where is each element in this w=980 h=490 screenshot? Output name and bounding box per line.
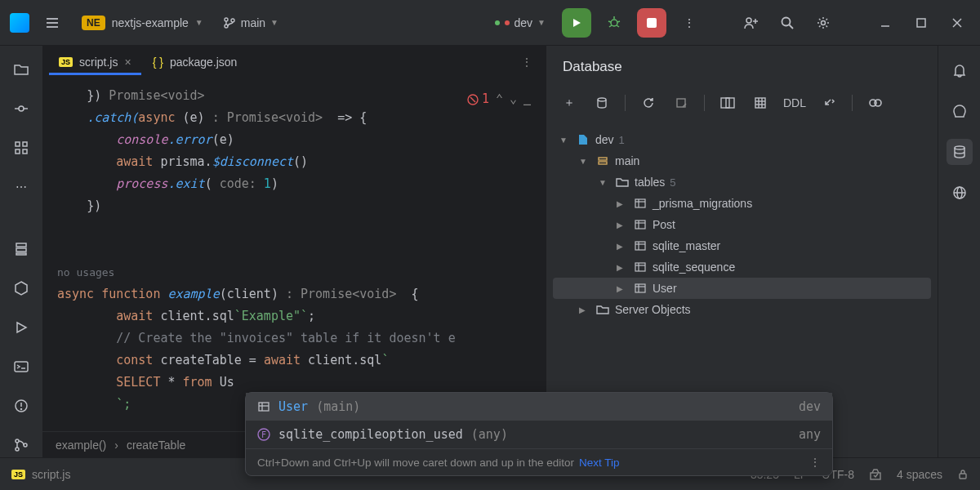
status-file[interactable]: JS script.js — [11, 468, 70, 481]
svg-rect-56 — [635, 199, 645, 207]
structure-tool-icon[interactable] — [8, 136, 34, 160]
settings-icon[interactable] — [810, 10, 836, 36]
svg-point-71 — [955, 146, 964, 149]
project-tool-icon[interactable] — [8, 57, 34, 82]
tab-package-json[interactable]: { } package.json — [143, 49, 247, 75]
right-tool-rail — [938, 46, 980, 457]
svg-rect-65 — [635, 263, 645, 271]
breadcrumb-item[interactable]: createTable — [127, 439, 185, 452]
tree-table-selected[interactable]: ▶ User — [553, 278, 931, 299]
folder-icon — [595, 304, 610, 315]
svg-rect-32 — [16, 253, 26, 255]
svg-rect-77 — [259, 403, 269, 411]
stop-button[interactable] — [637, 8, 666, 38]
add-datasource-icon[interactable]: ＋ — [556, 90, 582, 116]
completion-menu-icon[interactable]: ⋮ — [809, 456, 821, 469]
debug-button[interactable] — [601, 10, 627, 36]
status-ballot-icon[interactable] — [869, 468, 882, 481]
navigate-icon[interactable] — [816, 90, 842, 116]
svg-point-13 — [746, 18, 751, 23]
svg-rect-33 — [15, 362, 28, 372]
stop-refresh-icon[interactable] — [668, 90, 694, 116]
svg-rect-55 — [599, 162, 607, 164]
refresh-icon[interactable] — [635, 90, 662, 116]
more-tools-icon[interactable]: ⋯ — [8, 175, 34, 199]
tab-label: script.js — [79, 56, 118, 69]
branch-selector[interactable]: main ▼ — [220, 13, 282, 33]
svg-rect-59 — [635, 220, 645, 229]
services-tool-icon[interactable] — [8, 276, 34, 301]
project-selector[interactable]: NE nextjs-example ▼ — [75, 12, 210, 33]
completion-item[interactable]: F sqlite_compileoption_used(any) any — [246, 421, 832, 448]
problems-tool-icon[interactable] — [8, 394, 34, 418]
svg-line-17 — [790, 24, 794, 29]
tree-schema[interactable]: ▼ main — [553, 150, 931, 172]
tree-server-objects[interactable]: ▶ Server Objects — [553, 299, 931, 320]
minimize-icon[interactable] — [872, 10, 898, 36]
commit-tool-icon[interactable] — [8, 96, 34, 121]
inspection-widget[interactable]: 1 ⌃ ⌄ ⎯ — [467, 88, 531, 110]
ide-logo — [10, 13, 29, 33]
main-menu-icon[interactable] — [39, 10, 65, 36]
status-indent[interactable]: 4 spaces — [897, 468, 942, 481]
tab-close-icon[interactable]: × — [124, 56, 131, 69]
svg-point-37 — [16, 439, 19, 443]
svg-point-42 — [598, 98, 606, 101]
database-toolbar: ＋ DDL — [546, 87, 938, 126]
chevron-right-icon: ▶ — [617, 199, 628, 208]
prev-highlight-icon[interactable]: ⌃ — [496, 88, 503, 110]
filter-icon[interactable] — [862, 90, 889, 116]
database-tool-icon[interactable] — [947, 139, 973, 165]
notifications-icon[interactable] — [947, 57, 973, 83]
table-icon — [633, 261, 648, 273]
search-icon[interactable] — [774, 10, 800, 36]
svg-rect-28 — [16, 149, 20, 154]
next-tip-link[interactable]: Next Tip — [579, 457, 620, 469]
run-button[interactable] — [562, 8, 591, 38]
chevron-down-icon: ▼ — [559, 136, 571, 145]
tab-menu-icon[interactable]: ⋮ — [514, 49, 539, 75]
web-tool-icon[interactable] — [947, 180, 973, 206]
svg-line-8 — [608, 21, 611, 22]
svg-point-53 — [875, 100, 881, 106]
ddl-button[interactable]: DDL — [780, 96, 809, 109]
run-tool-icon[interactable] — [8, 315, 34, 340]
completion-item[interactable]: User (main) dev — [246, 393, 832, 421]
next-highlight-icon[interactable]: ⌄ — [510, 88, 517, 110]
svg-rect-45 — [721, 98, 729, 108]
tree-table[interactable]: ▶ sqlite_sequence — [553, 256, 931, 278]
ai-assist-icon[interactable] — [947, 98, 973, 124]
chevron-right-icon: ▶ — [617, 263, 628, 272]
completion-popup: User (main) dev F sqlite_compileoption_u… — [245, 392, 833, 476]
jump-to-console-icon[interactable] — [715, 90, 741, 116]
code-editor[interactable]: 1 ⌃ ⌄ ⎯ }) Promise<void> .catch(async (e… — [42, 78, 546, 431]
project-name-label: nextjs-example — [112, 16, 189, 29]
completion-tip: Ctrl+Down and Ctrl+Up will move caret do… — [246, 448, 832, 475]
tree-datasource[interactable]: ▼ dev 1 — [553, 129, 931, 150]
code-with-me-icon[interactable] — [738, 10, 764, 36]
status-lock-icon[interactable] — [957, 469, 969, 480]
svg-point-3 — [225, 18, 228, 21]
folder-icon — [615, 176, 630, 188]
vcs-tool-icon[interactable] — [8, 433, 34, 457]
datasource-properties-icon[interactable] — [589, 90, 615, 116]
breadcrumb-item[interactable]: example() — [56, 439, 106, 452]
run-config-selector[interactable]: dev ▼ — [488, 16, 552, 29]
json-file-icon: { } — [153, 56, 163, 69]
tree-table[interactable]: ▶ _prisma_migrations — [553, 193, 931, 214]
tree-table[interactable]: ▶ Post — [553, 214, 931, 235]
usage-hint[interactable]: no usages — [57, 261, 546, 283]
chevron-down-icon: ▼ — [270, 18, 278, 27]
editor-tabs: JS script.js × { } package.json ⋮ — [42, 46, 546, 78]
more-actions-icon[interactable]: ⋮ — [676, 10, 702, 36]
close-icon[interactable] — [944, 10, 970, 36]
tree-tables-folder[interactable]: ▼ tables 5 — [553, 172, 931, 193]
table-view-icon[interactable] — [747, 90, 773, 116]
tree-table[interactable]: ▶ sqlite_master — [553, 235, 931, 256]
tab-script-js[interactable]: JS script.js × — [49, 49, 141, 75]
maximize-icon[interactable] — [908, 10, 934, 36]
svg-rect-20 — [917, 19, 925, 27]
bookmarks-tool-icon[interactable] — [8, 237, 34, 261]
terminal-tool-icon[interactable] — [8, 354, 34, 379]
svg-point-18 — [822, 20, 826, 24]
